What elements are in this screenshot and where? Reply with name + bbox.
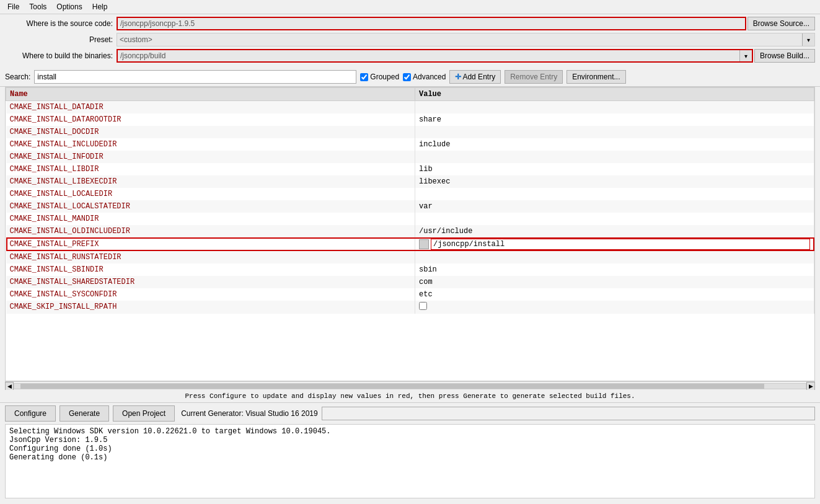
table-row[interactable]: CMAKE_INSTALL_SBINDIRsbin <box>6 263 814 276</box>
table-cell-value <box>415 126 814 138</box>
advanced-checkbox-wrap[interactable]: Advanced <box>403 73 446 81</box>
table-row[interactable]: CMAKE_INSTALL_LIBEXECDIRlibexec <box>6 175 814 188</box>
add-entry-button[interactable]: ✛Add Entry <box>449 70 501 84</box>
preset-input-wrap: ▾ <box>117 33 815 46</box>
table-cell-value <box>415 301 814 314</box>
table-cell-name: CMAKE_INSTALL_OLDINCLUDEDIR <box>6 225 415 237</box>
table-cell-value <box>415 101 814 113</box>
table-cell-value: sbin <box>415 263 814 276</box>
source-label: Where is the source code: <box>5 19 117 28</box>
table-cell-name: CMAKE_INSTALL_LOCALEDIR <box>6 188 415 200</box>
menu-bar: File Tools Options Help <box>0 0 820 14</box>
table-value-input[interactable] <box>431 239 810 250</box>
log-area: Selecting Windows SDK version 10.0.22621… <box>5 424 815 498</box>
table-cell-name: CMAKE_INSTALL_DOCDIR <box>6 126 415 138</box>
source-row: Where is the source code: Browse Source.… <box>5 17 815 30</box>
search-input[interactable] <box>34 70 356 84</box>
color-swatch <box>419 239 429 249</box>
table-cell-value: /usr/include <box>415 225 814 237</box>
table-row[interactable]: CMAKE_SKIP_INSTALL_RPATH <box>6 301 814 314</box>
menu-help[interactable]: Help <box>87 1 113 12</box>
hscroll-left-arrow[interactable]: ◀ <box>5 382 14 391</box>
generator-label: Current Generator: Visual Studio 16 2019 <box>181 409 318 418</box>
search-label: Search: <box>5 73 30 81</box>
log-line: Generating done (0.1s) <box>9 453 811 462</box>
build-dropdown-arrow[interactable]: ▾ <box>739 50 752 61</box>
table-row[interactable]: CMAKE_INSTALL_LIBDIRlib <box>6 163 814 175</box>
menu-options[interactable]: Options <box>51 1 87 12</box>
grouped-checkbox-wrap[interactable]: Grouped <box>360 73 399 81</box>
table-cell-name: CMAKE_INSTALL_LIBEXECDIR <box>6 175 415 188</box>
table-row[interactable]: CMAKE_INSTALL_SHAREDSTATEDIRcom <box>6 276 814 288</box>
table-cell-name: CMAKE_INSTALL_LIBDIR <box>6 163 415 175</box>
form-area: Where is the source code: Browse Source.… <box>0 14 820 68</box>
table-cell-value <box>415 213 814 225</box>
open-project-button[interactable]: Open Project <box>113 405 175 422</box>
table-cell-name: CMAKE_INSTALL_MANDIR <box>6 213 415 225</box>
horizontal-scrollbar[interactable]: ◀ ▶ <box>5 381 815 390</box>
table-cell-name: CMAKE_INSTALL_LOCALSTATEDIR <box>6 200 415 213</box>
table-cell-value: var <box>415 200 814 213</box>
browse-build-button[interactable]: Browse Build... <box>754 49 815 63</box>
table-row[interactable]: CMAKE_INSTALL_LOCALSTATEDIRvar <box>6 200 814 213</box>
col-header-value: Value <box>415 88 814 101</box>
table-cell-name: CMAKE_INSTALL_DATAROOTDIR <box>6 113 415 126</box>
table-cell-name: CMAKE_INSTALL_INCLUDEDIR <box>6 138 415 151</box>
advanced-label: Advanced <box>413 73 446 81</box>
grouped-label: Grouped <box>370 73 399 81</box>
log-line: JsonCpp Version: 1.9.5 <box>9 436 811 444</box>
table-row[interactable]: CMAKE_INSTALL_SYSCONFDIRetc <box>6 288 814 301</box>
table-cell-name: CMAKE_INSTALL_PREFIX <box>6 237 415 251</box>
grouped-checkbox[interactable] <box>360 73 368 81</box>
configure-button[interactable]: Configure <box>5 405 56 422</box>
hscroll-thumb[interactable] <box>20 384 764 389</box>
table-row[interactable]: CMAKE_INSTALL_MANDIR <box>6 213 814 225</box>
table-row[interactable]: CMAKE_INSTALL_INFODIR <box>6 151 814 163</box>
generator-input <box>322 407 815 420</box>
log-line: Configuring done (1.0s) <box>9 444 811 453</box>
menu-tools[interactable]: Tools <box>24 1 51 12</box>
build-label: Where to build the binaries: <box>5 51 117 60</box>
table-row[interactable]: CMAKE_INSTALL_PREFIX <box>6 237 814 251</box>
menu-file[interactable]: File <box>2 1 24 12</box>
build-input-wrap: ▾ <box>117 49 753 63</box>
cmake-table-container[interactable]: Name Value CMAKE_INSTALL_DATADIRCMAKE_IN… <box>5 87 815 381</box>
generate-button[interactable]: Generate <box>60 405 109 422</box>
source-input[interactable] <box>117 17 746 30</box>
table-row[interactable]: CMAKE_INSTALL_OLDINCLUDEDIR/usr/include <box>6 225 814 237</box>
environment-button[interactable]: Environment... <box>567 70 625 84</box>
browse-source-button[interactable]: Browse Source... <box>747 17 815 30</box>
table-row[interactable]: CMAKE_INSTALL_RUNSTATEDIR <box>6 251 814 263</box>
table-row[interactable]: CMAKE_INSTALL_DATADIR <box>6 101 814 113</box>
table-cell-name: CMAKE_INSTALL_DATADIR <box>6 101 415 113</box>
table-row[interactable]: CMAKE_INSTALL_DATAROOTDIRshare <box>6 113 814 126</box>
hscroll-right-arrow[interactable]: ▶ <box>806 382 815 391</box>
table-cell-value: libexec <box>415 175 814 188</box>
table-cell-name: CMAKE_SKIP_INSTALL_RPATH <box>6 301 415 314</box>
advanced-checkbox[interactable] <box>403 73 411 81</box>
table-row[interactable]: CMAKE_INSTALL_DOCDIR <box>6 126 814 138</box>
table-row[interactable]: CMAKE_INSTALL_INCLUDEDIRinclude <box>6 138 814 151</box>
plus-icon: ✛ <box>455 73 461 81</box>
table-checkbox[interactable] <box>419 302 427 310</box>
table-cell-name: CMAKE_INSTALL_INFODIR <box>6 151 415 163</box>
table-area: Name Value CMAKE_INSTALL_DATADIRCMAKE_IN… <box>0 87 820 390</box>
table-cell-value <box>415 151 814 163</box>
build-input[interactable] <box>118 50 739 61</box>
table-cell-value <box>415 251 814 263</box>
bottom-bar: Configure Generate Open Project Current … <box>0 402 820 424</box>
table-cell-value: include <box>415 138 814 151</box>
table-cell-name: CMAKE_INSTALL_SHAREDSTATEDIR <box>6 276 415 288</box>
preset-input[interactable] <box>117 33 802 46</box>
table-cell-value: lib <box>415 163 814 175</box>
preset-dropdown-arrow[interactable]: ▾ <box>802 33 814 46</box>
table-cell-value: share <box>415 113 814 126</box>
table-row[interactable]: CMAKE_INSTALL_LOCALEDIR <box>6 188 814 200</box>
remove-entry-button[interactable]: Remove Entry <box>505 70 563 84</box>
toolbar-row: Search: Grouped Advanced ✛Add Entry Remo… <box>0 68 820 87</box>
build-row: Where to build the binaries: ▾ Browse Bu… <box>5 49 815 63</box>
cmake-table: Name Value CMAKE_INSTALL_DATADIRCMAKE_IN… <box>6 87 814 314</box>
table-cell-name: CMAKE_INSTALL_RUNSTATEDIR <box>6 251 415 263</box>
hscroll-track[interactable] <box>14 383 806 389</box>
table-cell-value: etc <box>415 288 814 301</box>
